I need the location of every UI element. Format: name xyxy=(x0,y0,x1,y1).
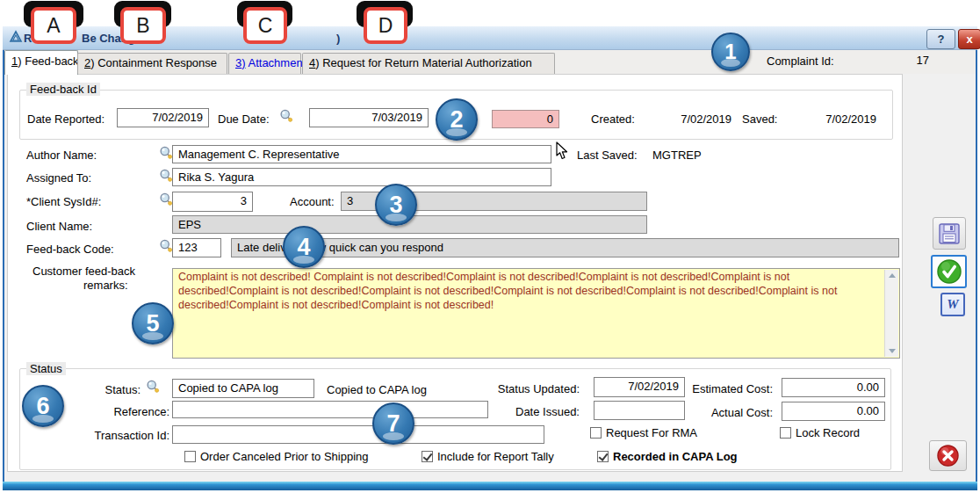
author-name-field[interactable]: Management C. Representative xyxy=(172,145,551,163)
feedback-id-legend: Feed-back Id xyxy=(26,83,100,96)
date-issued-field[interactable] xyxy=(594,401,685,420)
tab-request-rma[interactable]: 4) Request for Return Material Authoriza… xyxy=(302,53,555,74)
lock-record-checkbox[interactable]: Lock Record xyxy=(780,426,860,439)
callout-number-6: 6 xyxy=(22,385,64,427)
window-title-fragment: ) xyxy=(336,32,340,45)
created-label: Created: xyxy=(591,112,635,126)
checkbox-label: Include for Report Tally xyxy=(437,450,554,463)
callout-number-3: 3 xyxy=(375,184,417,226)
tab-attachments[interactable]: 3) Attachments xyxy=(228,53,301,74)
client-sysid-label: *Client SysId#: xyxy=(26,195,101,208)
status-legend: Status xyxy=(26,362,66,375)
date-reported-field[interactable]: 7/02/2019 xyxy=(117,108,209,127)
remarks-scrollbar[interactable] xyxy=(884,270,898,357)
cancel-button[interactable] xyxy=(929,440,967,471)
tab-label: Feed-back xyxy=(25,54,78,68)
author-name-label: Author Name: xyxy=(26,149,97,162)
checkbox-label: Recorded in CAPA Log xyxy=(613,450,738,463)
estimated-cost-field[interactable]: 0.00 xyxy=(782,378,885,397)
reference-label: Reference: xyxy=(95,405,169,418)
date-reported-label: Date Reported: xyxy=(27,112,104,126)
tab-paren: ) xyxy=(90,56,94,69)
overdue-count-field: 0 xyxy=(492,110,559,128)
include-report-tally-checkbox[interactable]: Include for Report Tally xyxy=(422,450,554,463)
remarks-label: Customer feed-back xyxy=(32,265,135,278)
tab-feed-back[interactable]: 1) Feed-back xyxy=(4,50,78,75)
checkbox-box[interactable] xyxy=(422,451,433,462)
callout-letter-a: A xyxy=(31,7,76,44)
status-field[interactable]: Copied to CAPA log xyxy=(172,379,314,398)
scroll-down-icon[interactable] xyxy=(889,349,896,353)
callout-number-5: 5 xyxy=(132,302,174,344)
checkbox-box[interactable] xyxy=(184,451,196,462)
saved-label: Saved: xyxy=(742,112,777,126)
customer-remarks-textarea[interactable]: Complaint is not described! Complaint is… xyxy=(172,268,900,359)
callout-number-2: 2 xyxy=(436,98,478,141)
search-icon[interactable] xyxy=(279,109,293,123)
status-updated-label: Status Updated: xyxy=(490,382,580,395)
status-echo: Copied to CAPA log xyxy=(327,383,427,396)
account-label: Account: xyxy=(290,195,335,208)
search-icon[interactable] xyxy=(159,146,173,160)
assigned-to-label: Assigned To: xyxy=(26,171,91,185)
app-logo-icon xyxy=(9,30,23,44)
callout-number-4: 4 xyxy=(283,226,325,268)
checkbox-box[interactable] xyxy=(597,451,609,462)
feedback-code-description: Late delivery how quick can you respond xyxy=(231,238,899,257)
customer-remarks-text: Complaint is not described! Complaint is… xyxy=(173,269,899,358)
assigned-to-field[interactable]: Rika S. Yagura xyxy=(172,168,551,186)
checkbox-label: Lock Record xyxy=(796,426,860,439)
search-icon[interactable] xyxy=(159,169,173,183)
status-updated-field[interactable]: 7/02/2019 xyxy=(594,377,685,397)
transaction-id-label: Transaction Id: xyxy=(84,429,169,442)
search-icon[interactable] xyxy=(159,239,173,253)
tab-paren: ) xyxy=(315,56,319,69)
screen: R Be Changed ) ? x 1) Feed-back 2) Conta… xyxy=(0,0,980,493)
reference-field[interactable] xyxy=(172,401,488,418)
save-button[interactable] xyxy=(933,217,966,250)
recorded-in-capa-checkbox[interactable]: Recorded in CAPA Log xyxy=(597,450,738,463)
tab-paren: ) xyxy=(18,54,21,68)
date-issued-label: Date Issued: xyxy=(490,405,580,418)
callout-number-7: 7 xyxy=(372,402,414,445)
remarks-label: remarks: xyxy=(83,279,128,292)
transaction-id-field[interactable] xyxy=(172,425,544,444)
last-saved-value: MGTREP xyxy=(652,149,702,162)
tab-containment-response[interactable]: 2) Containment Response xyxy=(77,53,227,74)
last-saved-label: Last Saved: xyxy=(577,149,638,162)
due-date-field[interactable]: 7/03/2019 xyxy=(309,108,429,127)
tab-label: Containment Response xyxy=(97,56,217,69)
client-sysid-field[interactable]: 3 xyxy=(172,192,253,212)
close-icon[interactable]: x xyxy=(958,29,980,49)
actual-cost-field[interactable]: 0.00 xyxy=(782,402,885,421)
help-button[interactable]: ? xyxy=(926,29,955,49)
callout-letter-b: B xyxy=(120,7,166,44)
feedback-code-label: Feed-back Code: xyxy=(26,243,114,256)
red-x-icon xyxy=(936,444,960,468)
actual-cost-label: Actual Cost: xyxy=(674,406,773,419)
checkbox-box[interactable] xyxy=(590,427,602,439)
complaint-id-value: 17 xyxy=(885,54,929,67)
callout-number-1: 1 xyxy=(711,33,750,71)
tab-paren: ) xyxy=(241,56,245,69)
feedback-code-field[interactable]: 123 xyxy=(172,238,221,257)
search-icon[interactable] xyxy=(146,380,160,394)
due-date-label: Due Date: xyxy=(218,112,270,126)
callout-letter-d: D xyxy=(364,7,407,44)
checkbox-label: Order Canceled Prior to Shipping xyxy=(200,450,369,463)
client-name-label: Client Name: xyxy=(26,220,92,233)
floppy-disk-icon xyxy=(938,222,961,245)
checkbox-label: Request For RMA xyxy=(606,426,697,439)
word-export-button[interactable]: W xyxy=(940,293,965,316)
search-icon[interactable] xyxy=(159,192,173,207)
scroll-up-icon[interactable] xyxy=(889,273,896,278)
complaint-id-label: Complaint Id: xyxy=(767,54,834,68)
saved-value: 7/02/2019 xyxy=(806,112,876,126)
checkbox-box[interactable] xyxy=(780,427,791,439)
request-for-rma-checkbox[interactable]: Request For RMA xyxy=(590,426,697,439)
green-check-icon xyxy=(936,258,962,285)
order-canceled-checkbox[interactable]: Order Canceled Prior to Shipping xyxy=(184,450,369,463)
ok-button[interactable] xyxy=(931,255,967,288)
mouse-cursor xyxy=(555,141,569,161)
status-label: Status: xyxy=(95,383,141,396)
